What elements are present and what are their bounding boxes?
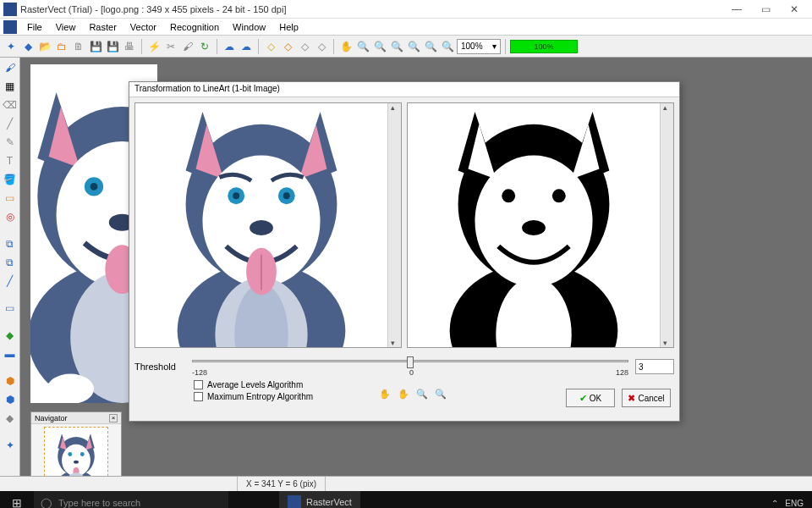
diamond4-icon[interactable]: ◇ [297,39,312,54]
menu-view[interactable]: View [49,20,83,34]
minimize-button[interactable]: — [722,0,751,19]
preview-result-image[interactable] [408,103,660,347]
navigator-thumbnail[interactable] [44,427,108,476]
zoom-in-icon[interactable]: 🔍 [416,389,431,404]
brush-icon[interactable]: 🖌 [180,39,195,54]
navigator-header: Navigator × [31,412,121,424]
window-titlebar: RasterVect (Trial) - [logo.png : 349 x 4… [0,0,812,19]
tool-f-icon[interactable]: ▬ [2,345,19,362]
tool-eraser-icon[interactable]: ⌫ [2,97,19,113]
tool-fill-icon[interactable]: 🪣 [2,171,19,188]
tool-brush-icon[interactable]: 🖌 [2,59,19,76]
zoom5-icon[interactable]: 🔍 [423,39,438,54]
tool-text-icon[interactable]: T [2,152,19,169]
folder-open-icon[interactable]: 📂 [37,39,52,54]
menu-vector[interactable]: Vector [123,20,163,34]
page-icon[interactable]: 🗎 [71,39,86,54]
dialog-title: Transformation to LineArt (1-bit Image) [129,82,679,97]
svg-point-12 [91,183,98,190]
wand-icon[interactable]: ✦ [3,39,19,54]
app-icon [3,3,17,16]
cancel-button[interactable]: ✖ Cancel [622,389,671,407]
svg-point-62 [552,189,566,202]
threshold-slider[interactable]: -128 0 128 [192,356,628,377]
preview-source-image[interactable] [135,103,387,347]
diamond5-icon[interactable]: ◇ [314,39,329,54]
tool-c-icon[interactable]: ╱ [2,273,19,290]
preview-source-scrollbar[interactable] [387,103,401,347]
tool-b-icon[interactable]: ⧉ [2,254,19,271]
window-title: RasterVect (Trial) - [logo.png : 349 x 4… [20,4,722,14]
taskbar-app-rastervect[interactable]: RasterVect [279,491,360,508]
tool-checker-icon[interactable]: ▦ [2,78,19,95]
checkbox-icon [194,392,203,401]
tool-pen-icon[interactable]: ✎ [2,134,19,151]
zoom4-icon[interactable]: 🔍 [406,39,421,54]
tool-i-icon[interactable]: ◆ [2,410,19,427]
svg-point-47 [250,220,273,235]
zoom2-icon[interactable]: 🔍 [372,39,387,54]
zoom-out-icon[interactable]: 🔍 [435,389,450,404]
close-button[interactable]: ✕ [780,0,809,19]
menu-help[interactable]: Help [272,20,305,34]
zoom3-icon[interactable]: 🔍 [389,39,404,54]
checkbox-icon [194,380,203,389]
zoom-combo[interactable]: 100% ▾ [457,39,501,54]
app-menu-icon [3,20,17,34]
refresh-icon[interactable]: ↻ [197,39,212,54]
zoom6-icon[interactable]: 🔍 [440,39,455,54]
windows-taskbar: ⊞ ◯ Type here to search RasterVect ⌃ ENG [0,491,812,508]
cloud2-icon[interactable]: ☁ [239,39,254,54]
navigator-close-button[interactable]: × [109,414,118,422]
zoom1-icon[interactable]: 🔍 [355,39,370,54]
maximize-button[interactable]: ▭ [751,0,780,19]
tray-lang[interactable]: ENG [785,499,804,508]
tool-e-icon[interactable]: ◆ [2,327,19,344]
diamond2-icon[interactable]: ◇ [263,39,278,54]
tool-star-icon[interactable]: ✦ [2,437,19,454]
lightning-icon[interactable]: ⚡ [146,39,162,54]
search-icon: ◯ [41,497,52,508]
tool-h-icon[interactable]: ⬢ [2,391,19,408]
hand-left-icon[interactable]: ✋ [379,389,394,404]
hand-right-icon[interactable]: ✋ [398,389,413,404]
taskbar-search[interactable]: ◯ Type here to search [34,491,228,508]
menu-raster[interactable]: Raster [82,20,123,34]
tool-g-icon[interactable]: ⬢ [2,373,19,389]
svg-point-25 [68,452,72,456]
preview-result [407,102,674,348]
diamond3-icon[interactable]: ◇ [280,39,295,54]
cloud1-icon[interactable]: ☁ [222,39,237,54]
tool-a-icon[interactable]: ⧉ [2,235,19,252]
menu-file[interactable]: File [20,20,49,34]
preview-source [134,102,402,348]
ok-label: OK [590,394,601,403]
svg-point-45 [233,192,239,199]
slider-mid: 0 [409,368,414,377]
save-icon[interactable]: 💾 [88,39,103,54]
tool-d-icon[interactable]: ▭ [2,300,19,317]
tool-circle-icon[interactable]: ◎ [2,208,19,225]
svg-point-26 [80,452,85,456]
tool-line-icon[interactable]: ╱ [2,115,19,132]
x-icon: ✖ [628,393,635,404]
chevron-down-icon: ▾ [492,41,497,51]
hand-icon[interactable]: ✋ [338,39,354,54]
max-entropy-label: Maximum Entropy Algorithm [207,392,313,401]
threshold-input[interactable] [635,359,674,374]
scissors-icon[interactable]: ✂ [163,39,178,54]
preview-result-scrollbar[interactable] [660,103,673,347]
diamond-icon[interactable]: ◆ [20,39,36,54]
taskbar-app-label: RasterVect [306,497,352,507]
start-button[interactable]: ⊞ [0,491,34,508]
ok-button[interactable]: ✔ OK [566,389,615,407]
slider-min: -128 [192,368,207,377]
print-icon[interactable]: 🖶 [122,39,137,54]
menu-window[interactable]: Window [226,20,272,34]
save-as-icon[interactable]: 💾 [105,39,120,54]
tray-chevron-icon[interactable]: ⌃ [771,499,778,508]
tool-shape-icon[interactable]: ▭ [2,190,19,207]
slider-thumb[interactable] [407,356,414,368]
folder-icon[interactable]: 🗀 [54,39,69,54]
menu-recognition[interactable]: Recognition [163,20,226,34]
